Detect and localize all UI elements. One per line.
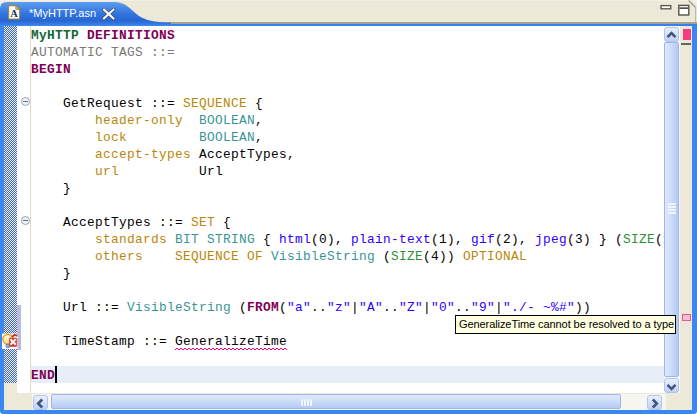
svg-text:A: A [10,8,18,19]
